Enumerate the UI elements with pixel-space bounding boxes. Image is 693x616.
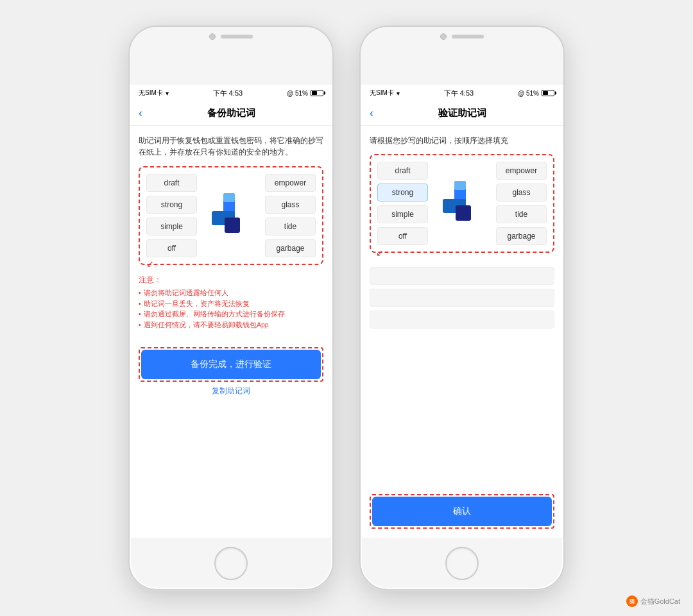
nav-title-verify: 验证助记词 (438, 107, 486, 119)
word-garbage: garbage (265, 239, 316, 257)
button-dashed-box: 备份完成，进行验证 (139, 347, 323, 382)
button-dashed-box-verify: 确认 (370, 494, 554, 529)
warning-2: 助记词一旦丢失，资产将无法恢复 (139, 298, 323, 309)
battery-icon (311, 90, 323, 96)
app-logo-verify (436, 175, 488, 232)
status-time-verify: 下午 4:53 (444, 89, 474, 98)
camera-area-verify (440, 33, 484, 40)
word-glass-v[interactable]: glass (496, 184, 547, 201)
home-button-backup[interactable] (214, 547, 248, 580)
mnemonic-card-verify: draft strong simple off (370, 154, 554, 253)
mnemonic-card-backup: draft strong simple off (139, 166, 323, 265)
watermark: 猫 金猫GoldCat (626, 595, 680, 607)
nav-bar-backup: ‹ 备份助记词 (130, 101, 332, 126)
verify-confirm-button[interactable]: 确认 (372, 497, 552, 526)
back-button-backup[interactable]: ‹ (139, 107, 142, 120)
logo-area-verify (433, 162, 491, 245)
front-camera-verify (440, 33, 447, 40)
back-button-verify[interactable]: ‹ (370, 107, 373, 120)
word-garbage-v[interactable]: garbage (496, 227, 547, 245)
words-right: empower glass tide garbage (265, 174, 316, 257)
screen-content-backup: 助记词用于恢复钱包或重置钱包密码，将它准确的抄写在纸上，并存放在只有你知道的安全… (130, 126, 332, 538)
watermark-logo: 猫 (626, 595, 638, 607)
svg-rect-7 (454, 181, 466, 190)
warning-1: 请勿将助记词透露给任何人 (139, 287, 323, 298)
phone-verify: 无SIM卡 ▾ 下午 4:53 @ 51% ‹ 验证助记词 请根据您抄写的助记词… (359, 26, 565, 590)
empty-slots (370, 267, 554, 329)
phone-home-backup (130, 538, 332, 589)
svg-rect-3 (223, 193, 235, 202)
nav-title-backup: 备份助记词 (207, 107, 255, 119)
backup-description: 助记词用于恢复钱包或重置钱包密码，将它准确的抄写在纸上，并存放在只有你知道的安全… (139, 135, 323, 158)
warning-4: 遇到任何情况，请不要轻易卸载钱包App (139, 320, 323, 330)
app-logo (205, 187, 257, 244)
phone-top-backup (130, 27, 332, 85)
wifi-icon-verify: ▾ (397, 90, 400, 97)
svg-rect-6 (456, 205, 471, 221)
corner-arrow-backup: ↙ (146, 259, 154, 269)
backup-confirm-button[interactable]: 备份完成，进行验证 (141, 350, 321, 379)
screen-backup: 无SIM卡 ▾ 下午 4:53 @ 51% ‹ 备份助记词 助记词用于恢复钱包或… (130, 85, 332, 538)
carrier-verify: 无SIM卡 (370, 89, 394, 98)
logo-area (202, 174, 260, 257)
words-right-verify: empower glass tide garbage (496, 162, 547, 245)
status-bar-backup: 无SIM卡 ▾ 下午 4:53 @ 51% (130, 85, 332, 101)
status-right: @ 51% (287, 90, 323, 97)
svg-rect-2 (225, 218, 240, 233)
corner-arrow-verify: ↙ (376, 248, 384, 258)
word-simple-v[interactable]: simple (377, 205, 428, 223)
carrier: 无SIM卡 (139, 89, 163, 98)
speaker (221, 35, 253, 38)
status-left-verify: 无SIM卡 ▾ (370, 89, 400, 98)
phone-home-verify (361, 538, 563, 589)
status-right-verify: @ 51% (518, 90, 554, 97)
slot-row-1[interactable] (370, 267, 554, 285)
status-left: 无SIM卡 ▾ (139, 89, 169, 98)
word-strong-v[interactable]: strong (377, 184, 428, 201)
word-tide-v[interactable]: tide (496, 205, 547, 223)
signal: @ 51% (287, 90, 308, 97)
word-off: off (146, 239, 197, 257)
front-camera (209, 33, 216, 40)
warning-title: 注意： (139, 275, 323, 285)
words-left-verify: draft strong simple off (377, 162, 428, 245)
screen-verify: 无SIM卡 ▾ 下午 4:53 @ 51% ‹ 验证助记词 请根据您抄写的助记词… (361, 85, 563, 538)
word-strong: strong (146, 196, 197, 214)
slot-row-3[interactable] (370, 311, 554, 329)
warning-3: 请勿通过截屏、网络传输的方式进行备份保存 (139, 309, 323, 320)
copy-link[interactable]: 复制助记词 (139, 386, 323, 397)
status-bar-verify: 无SIM卡 ▾ 下午 4:53 @ 51% (361, 85, 563, 101)
word-draft-v[interactable]: draft (377, 162, 428, 180)
nav-bar-verify: ‹ 验证助记词 (361, 101, 563, 126)
mnemonic-grid: draft strong simple off (146, 174, 316, 257)
status-time: 下午 4:53 (213, 89, 243, 98)
words-left: draft strong simple off (146, 174, 197, 257)
word-empower: empower (265, 174, 316, 192)
speaker-verify (452, 35, 484, 38)
word-simple: simple (146, 218, 197, 235)
word-empower-v[interactable]: empower (496, 162, 547, 180)
wifi-icon: ▾ (166, 90, 169, 97)
battery-icon-verify (542, 90, 554, 96)
watermark-text: 金猫GoldCat (640, 597, 680, 606)
camera-area (209, 33, 253, 40)
word-tide: tide (265, 218, 316, 235)
word-off-v[interactable]: off (377, 227, 428, 245)
verify-description: 请根据您抄写的助记词，按顺序选择填充 (370, 135, 554, 146)
screen-content-verify: 请根据您抄写的助记词，按顺序选择填充 draft strong simple o… (361, 126, 563, 538)
page-wrapper: 无SIM卡 ▾ 下午 4:53 @ 51% ‹ 备份助记词 助记词用于恢复钱包或… (0, 0, 693, 616)
word-draft: draft (146, 174, 197, 192)
warning-section: 注意： 请勿将助记词透露给任何人 助记词一旦丢失，资产将无法恢复 请勿通过截屏、… (139, 275, 323, 330)
home-button-verify[interactable] (445, 547, 479, 580)
slot-row-2[interactable] (370, 289, 554, 307)
mnemonic-grid-verify: draft strong simple off (377, 162, 547, 245)
phone-top-verify (361, 27, 563, 85)
word-glass: glass (265, 196, 316, 214)
signal-verify: @ 51% (518, 90, 539, 97)
phone-backup: 无SIM卡 ▾ 下午 4:53 @ 51% ‹ 备份助记词 助记词用于恢复钱包或… (128, 26, 334, 590)
